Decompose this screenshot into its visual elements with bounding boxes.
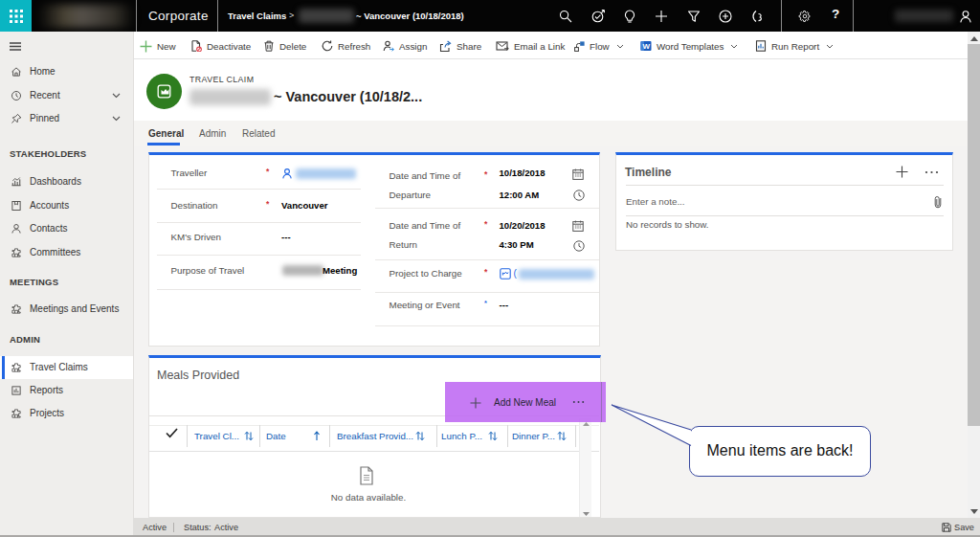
svg-text:W: W [643,42,651,51]
